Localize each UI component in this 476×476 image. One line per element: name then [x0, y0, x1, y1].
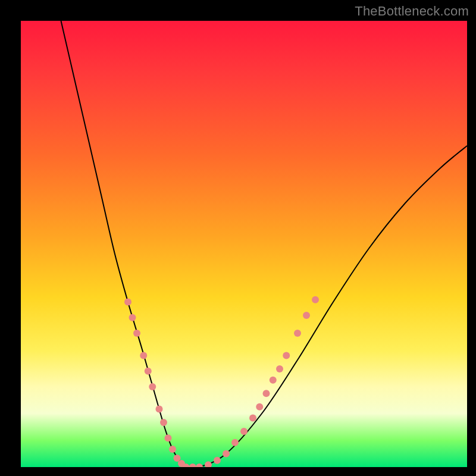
bottleneck-curve	[61, 21, 468, 467]
marker-group-right	[205, 296, 319, 467]
marker-dot	[140, 352, 147, 359]
marker-dot	[169, 446, 176, 453]
marker-dot	[165, 434, 172, 441]
marker-dot	[256, 403, 263, 411]
marker-dot	[156, 406, 163, 413]
marker-dot	[231, 439, 239, 446]
chart-svg	[21, 21, 467, 467]
marker-dot	[205, 461, 212, 467]
marker-dot	[270, 377, 277, 384]
marker-dot	[124, 299, 131, 306]
marker-dot	[263, 390, 270, 397]
marker-dot	[276, 365, 283, 372]
plot-area	[21, 21, 467, 467]
stage: TheBottleneck.com	[0, 0, 476, 476]
watermark-label: TheBottleneck.com	[355, 4, 469, 19]
marker-dot	[145, 368, 152, 375]
marker-dot	[214, 457, 221, 464]
marker-dot	[160, 419, 167, 426]
marker-dot	[249, 415, 256, 422]
marker-dot	[312, 296, 319, 303]
marker-dot	[129, 314, 136, 321]
marker-dot	[294, 330, 301, 337]
marker-dot	[283, 352, 290, 359]
marker-dot	[133, 330, 140, 337]
marker-dot	[223, 450, 230, 458]
marker-dot	[240, 428, 248, 435]
marker-dot	[189, 464, 196, 467]
marker-dot	[303, 312, 310, 319]
marker-dot	[149, 383, 156, 390]
marker-group-left	[124, 299, 203, 468]
marker-dot	[196, 464, 203, 467]
